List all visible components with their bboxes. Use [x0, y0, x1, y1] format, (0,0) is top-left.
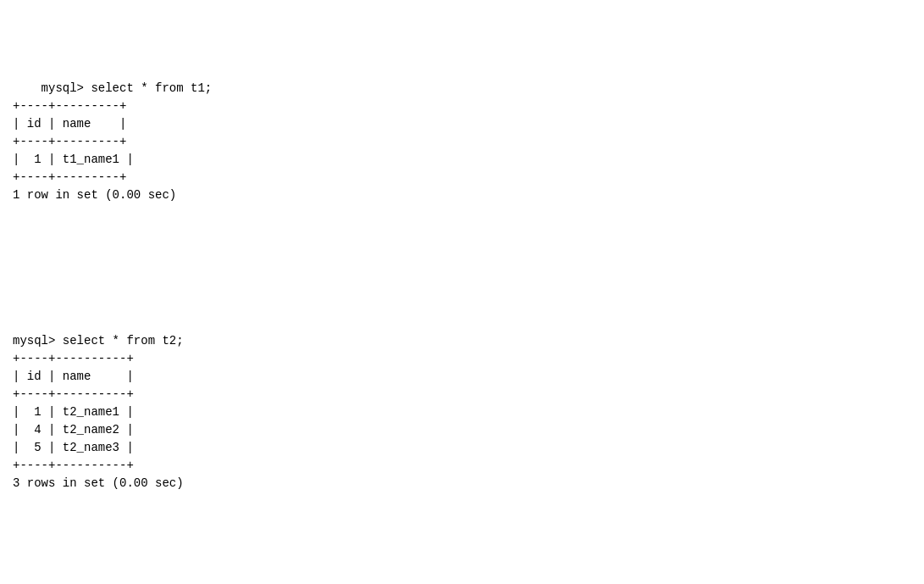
- t1-row1: | 1 | t1_name1 |: [13, 153, 134, 166]
- t2-row3: | 5 | t2_name3 |: [13, 441, 134, 454]
- t2-separator1: +----+----------+: [13, 352, 134, 365]
- t1-query-block: mysql> select * from t1; +----+---------…: [13, 62, 911, 222]
- t1-rowcount: 1 row in set (0.00 sec): [13, 188, 176, 202]
- t1-query-line1: mysql> select * from t1;: [41, 81, 213, 95]
- t2-separator2: +----+----------+: [13, 387, 134, 401]
- t1-separator1: +----+---------+: [13, 99, 126, 113]
- t2-row2: | 4 | t2_name2 |: [13, 423, 134, 437]
- t1-separator2: +----+---------+: [13, 135, 126, 148]
- t2-separator3: +----+----------+: [13, 459, 134, 472]
- t2-row1: | 1 | t2_name1 |: [13, 405, 134, 419]
- t1-separator3: +----+---------+: [13, 170, 126, 184]
- t2-rowcount: 3 rows in set (0.00 sec): [13, 476, 184, 490]
- t2-query-block: mysql> select * from t2; +----+---------…: [13, 297, 911, 510]
- t1-header: | id | name |: [13, 117, 126, 131]
- t2-query-line1: mysql> select * from t2;: [13, 334, 184, 348]
- terminal-output: mysql> select * from t1; +----+---------…: [13, 8, 911, 584]
- t2-header: | id | name |: [13, 370, 134, 383]
